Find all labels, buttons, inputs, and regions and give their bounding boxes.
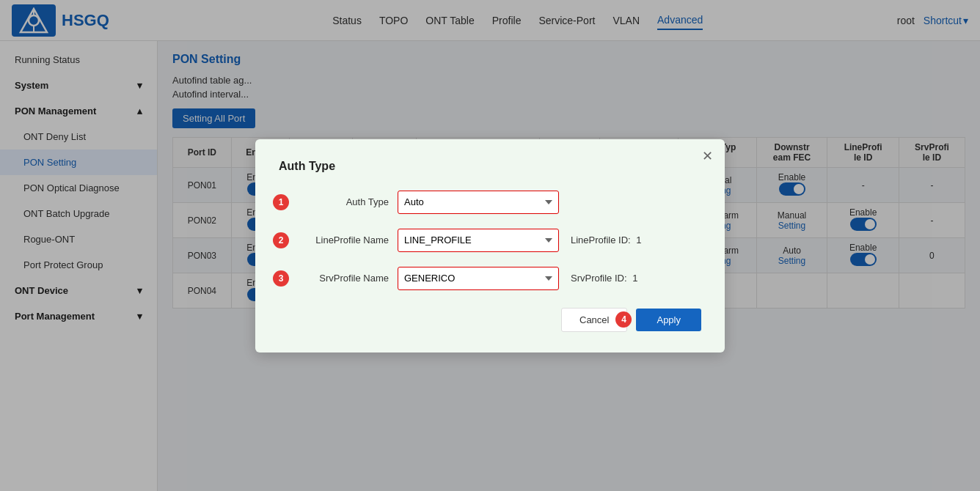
form-row-srv-profile: 3 SrvProfile Name GENERICO SrvProfile ID… bbox=[279, 267, 701, 290]
apply-button[interactable]: Apply bbox=[636, 309, 701, 331]
form-row-auth-type: 1 Auth Type Auto Manual Password Passwor… bbox=[279, 191, 701, 214]
srv-profile-select[interactable]: GENERICO bbox=[398, 267, 559, 290]
auth-type-select[interactable]: Auto Manual Password Password+MAC bbox=[398, 191, 559, 214]
modal-overlay: ✕ Auth Type 1 Auth Type Auto Manual Pass… bbox=[0, 0, 980, 491]
srv-profile-label: SrvProfile Name bbox=[279, 273, 389, 284]
auth-type-label: Auth Type bbox=[279, 196, 389, 207]
line-profile-id-label: LineProfile ID: 1 bbox=[571, 235, 642, 246]
srv-profile-id-label: SrvProfile ID: 1 bbox=[571, 273, 637, 284]
form-row-line-profile: 2 LineProfile Name LINE_PROFILE LineProf… bbox=[279, 229, 701, 252]
step-badge-4: 4 bbox=[615, 311, 632, 328]
modal-title: Auth Type bbox=[279, 160, 701, 173]
modal-footer: Cancel 4 Apply bbox=[279, 308, 701, 332]
auth-type-modal: ✕ Auth Type 1 Auth Type Auto Manual Pass… bbox=[255, 139, 725, 352]
step-badge-1: 1 bbox=[273, 194, 289, 210]
step-badge-3: 3 bbox=[273, 270, 289, 287]
modal-close-button[interactable]: ✕ bbox=[702, 148, 713, 164]
step-badge-2: 2 bbox=[273, 232, 289, 248]
line-profile-select[interactable]: LINE_PROFILE bbox=[398, 229, 559, 252]
line-profile-label: LineProfile Name bbox=[279, 235, 389, 246]
